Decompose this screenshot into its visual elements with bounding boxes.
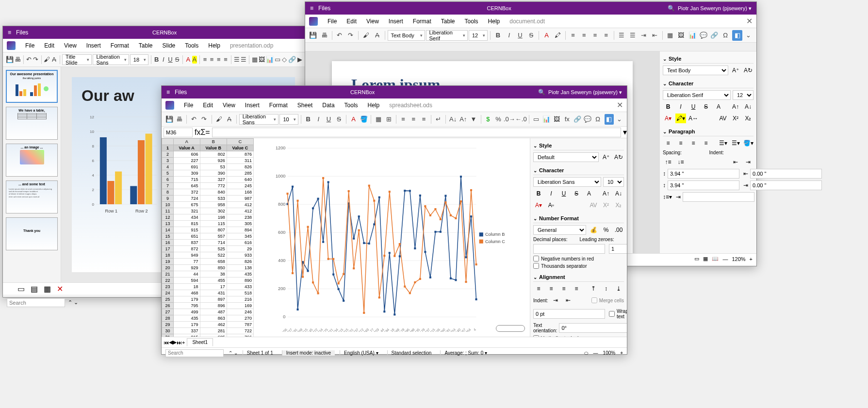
leading-zeroes-input[interactable] <box>609 244 627 254</box>
row-header[interactable]: 31 <box>162 334 174 337</box>
style-select[interactable]: Text Body <box>663 65 728 75</box>
cell[interactable]: 787 <box>227 322 253 328</box>
grow-font-icon[interactable]: A↑ <box>730 102 741 112</box>
cell[interactable]: 435 <box>227 271 253 277</box>
row-header[interactable]: 10 <box>162 202 174 208</box>
cell[interactable]: 179 <box>173 322 200 328</box>
align-right-icon[interactable]: ≡ <box>216 54 222 65</box>
kerning-icon[interactable]: AV <box>718 114 728 123</box>
cell[interactable]: 372 <box>173 189 200 196</box>
new-style-icon[interactable]: A⁺ <box>730 65 741 75</box>
spacing-below-input[interactable] <box>668 180 739 190</box>
italic-button[interactable]: I <box>504 30 514 41</box>
row-header[interactable]: 5 <box>162 170 174 177</box>
bold-button[interactable]: B <box>154 54 160 65</box>
char-spacing-icon[interactable]: A↔ <box>688 114 699 123</box>
next-sheet-icon[interactable]: ▶ <box>173 339 177 345</box>
size-select[interactable]: 10 <box>603 177 624 187</box>
cell[interactable]: 487 <box>200 309 227 315</box>
italic-button[interactable]: I <box>675 102 686 112</box>
menu-insert[interactable]: Insert <box>82 40 106 51</box>
chart-icon[interactable]: 📊 <box>542 114 551 125</box>
chart-icon[interactable]: 📊 <box>266 54 274 65</box>
character-section-header[interactable]: Character <box>533 166 624 175</box>
row-header[interactable]: 24 <box>162 290 174 296</box>
menu-tools[interactable]: Tools <box>460 16 483 27</box>
cell[interactable]: 468 <box>173 290 200 296</box>
cell[interactable]: 246 <box>227 309 253 315</box>
cell[interactable]: 645 <box>173 183 200 189</box>
icon[interactable]: ↕ <box>663 180 666 190</box>
clear-format-icon[interactable]: A̶ <box>51 54 57 65</box>
multi-page-icon[interactable]: ▦ <box>703 256 708 262</box>
row-header[interactable]: 7 <box>162 183 174 189</box>
cell[interactable]: 826 <box>227 259 253 265</box>
font-dropdown[interactable]: Liberation Sans <box>239 114 279 125</box>
cell[interactable]: 863 <box>200 315 227 322</box>
link-icon[interactable]: 🔗 <box>288 54 296 65</box>
align-center-icon[interactable]: ≡ <box>209 54 215 65</box>
subscript-icon[interactable]: X₂ <box>743 114 753 123</box>
valign-top-icon[interactable]: ⤒ <box>588 284 599 294</box>
row-header[interactable]: 6 <box>162 177 174 183</box>
row-header[interactable]: 13 <box>162 221 174 227</box>
menu-file[interactable]: File <box>20 40 39 51</box>
formula-input[interactable] <box>212 128 621 137</box>
font-color-icon[interactable]: A <box>349 114 358 125</box>
percent-icon[interactable]: % <box>494 114 503 125</box>
update-style-icon[interactable]: A↻ <box>613 152 624 162</box>
comment-icon[interactable]: 💬 <box>698 30 708 41</box>
indent-dec-icon[interactable]: ⇤ <box>730 157 741 167</box>
cell[interactable]: 876 <box>227 151 253 158</box>
bg-color-icon[interactable]: 🪣 <box>359 114 368 125</box>
underline-button[interactable]: U <box>688 102 699 112</box>
slide-thumb-3[interactable]: ... an image ... <box>6 144 58 177</box>
selection-mode[interactable]: Standard selection <box>387 350 436 356</box>
search-input[interactable] <box>165 349 224 357</box>
size-select[interactable]: 12 <box>733 90 753 100</box>
menu-format[interactable]: Format <box>264 100 293 111</box>
align-center-icon[interactable]: ≡ <box>546 284 557 294</box>
indent-input[interactable] <box>533 309 605 319</box>
print-icon[interactable]: 🖶 <box>319 30 329 41</box>
cell[interactable]: 198 <box>200 214 227 221</box>
align-center-icon[interactable]: ≡ <box>409 114 418 125</box>
link-icon[interactable]: 🔗 <box>573 114 582 125</box>
cell[interactable]: 168 <box>227 189 253 196</box>
sheet-tab[interactable]: Sheet1 <box>187 338 213 346</box>
layout-dropdown[interactable]: Title Slide <box>62 54 92 65</box>
highlight-icon[interactable]: 🖍▾ <box>675 114 686 123</box>
cell[interactable]: 605 <box>200 334 227 337</box>
numbering-icon[interactable]: ☰▾ <box>730 138 741 148</box>
sidebar-toggle-icon[interactable]: ◧ <box>732 30 742 41</box>
cell[interactable]: 896 <box>200 303 227 309</box>
paragraph-section-header[interactable]: Paragraph <box>663 127 753 136</box>
cell[interactable]: 77 <box>173 259 200 265</box>
cell[interactable]: 714 <box>200 240 227 246</box>
save-icon[interactable]: 💾 <box>308 30 318 41</box>
strike-button[interactable]: S <box>174 54 180 65</box>
space-below-icon[interactable]: ↓≡ <box>675 157 686 167</box>
menu-sheet[interactable]: Sheet <box>293 100 317 111</box>
col-header[interactable]: A <box>173 139 200 145</box>
size-dropdown[interactable]: 18 <box>130 54 148 65</box>
cell[interactable]: 715 <box>173 177 200 183</box>
cell[interactable]: 44 <box>173 271 200 277</box>
menu-chevron-icon[interactable]: ⌄ <box>743 30 753 41</box>
character-section-header[interactable]: Character <box>663 79 753 88</box>
cell-reference-input[interactable] <box>164 128 193 137</box>
slide-thumb-2[interactable]: We have a table, <box>6 107 58 140</box>
cell[interactable]: 766 <box>227 334 253 337</box>
row-header[interactable]: 26 <box>162 303 174 309</box>
cell[interactable]: 894 <box>227 227 253 233</box>
percent-icon[interactable]: % <box>601 225 611 235</box>
menu-edit[interactable]: Edit <box>39 40 59 51</box>
bold-button[interactable]: B <box>304 114 313 125</box>
merge-icon[interactable]: ⊞ <box>384 114 393 125</box>
row-header[interactable]: 28 <box>162 315 174 322</box>
add-sheet-icon[interactable]: + <box>182 340 185 345</box>
cell[interactable]: 38 <box>200 271 227 277</box>
icon[interactable]: ⇥ <box>676 192 681 202</box>
font-color-icon[interactable]: A <box>541 30 552 41</box>
row-header[interactable]: 12 <box>162 214 174 221</box>
